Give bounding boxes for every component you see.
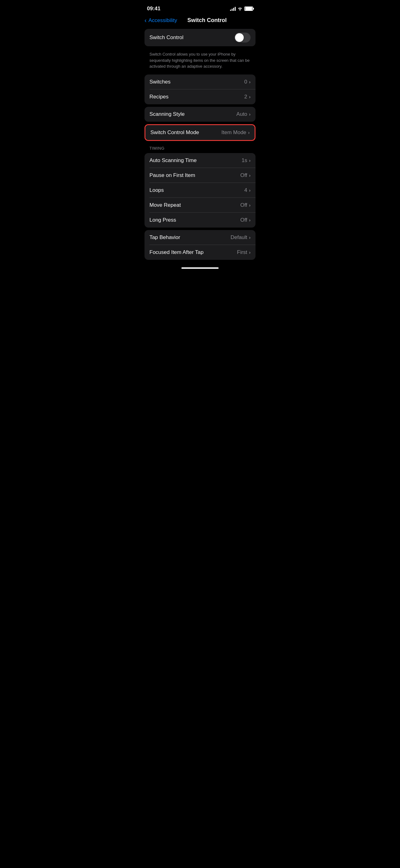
back-button[interactable]: ‹ Accessibility xyxy=(144,17,177,24)
long-press-chevron-icon: › xyxy=(249,218,251,223)
nav-header: ‹ Accessibility Switch Control xyxy=(139,16,261,29)
pause-first-item-label: Pause on First Item xyxy=(149,172,195,179)
loops-value: 4 xyxy=(244,187,247,193)
switches-label: Switches xyxy=(149,79,171,85)
back-label: Accessibility xyxy=(148,18,177,24)
scanning-style-card: Scanning Style Auto › xyxy=(144,107,256,122)
description-text: Switch Control allows you to use your iP… xyxy=(144,49,256,74)
move-repeat-value: Off xyxy=(240,202,247,208)
timing-section: TIMING Auto Scanning Time 1s › Pause on … xyxy=(144,141,256,227)
switch-control-mode-label: Switch Control Mode xyxy=(151,129,199,136)
status-bar: 09:41 xyxy=(139,0,261,16)
switch-control-toggle[interactable] xyxy=(234,33,251,42)
auto-scanning-time-chevron-icon: › xyxy=(249,158,251,163)
switch-control-mode-row[interactable]: Switch Control Mode Item Mode › xyxy=(145,125,255,140)
home-indicator xyxy=(139,262,261,271)
timing-section-header: TIMING xyxy=(144,141,256,153)
recipes-chevron-icon: › xyxy=(249,94,251,99)
switch-control-mode-card: Switch Control Mode Item Mode › xyxy=(144,124,256,141)
switch-control-mode-right: Item Mode › xyxy=(222,129,249,136)
loops-row[interactable]: Loops 4 › xyxy=(144,183,256,198)
switch-control-toggle-row[interactable]: Switch Control xyxy=(144,29,256,46)
switches-value: 0 xyxy=(244,79,247,85)
long-press-label: Long Press xyxy=(149,217,176,223)
pause-first-item-row[interactable]: Pause on First Item Off › xyxy=(144,168,256,183)
battery-icon xyxy=(244,6,253,11)
recipes-row[interactable]: Recipes 2 › xyxy=(144,89,256,104)
tap-behavior-label: Tap Behavior xyxy=(149,235,180,241)
move-repeat-chevron-icon: › xyxy=(249,203,251,208)
loops-label: Loops xyxy=(149,187,164,193)
focused-item-right: First › xyxy=(237,249,251,255)
switch-control-mode-inner: Switch Control Mode Item Mode › xyxy=(145,125,255,140)
long-press-right: Off › xyxy=(240,217,251,223)
pause-first-item-value: Off xyxy=(240,172,247,179)
tap-behavior-right: Default › xyxy=(230,235,251,241)
signal-icon xyxy=(230,6,236,11)
settings-content: Switch Control Switch Control allows you… xyxy=(139,29,261,260)
loops-chevron-icon: › xyxy=(249,188,251,193)
tap-behavior-chevron-icon: › xyxy=(249,235,251,240)
scanning-style-value: Auto xyxy=(236,111,247,117)
behavior-card: Tap Behavior Default › Focused Item Afte… xyxy=(144,230,256,260)
focused-item-value: First xyxy=(237,249,247,255)
switches-recipes-card: Switches 0 › Recipes 2 › xyxy=(144,74,256,104)
switches-row[interactable]: Switches 0 › xyxy=(144,74,256,89)
status-icons xyxy=(230,6,253,11)
auto-scanning-time-value: 1s xyxy=(241,157,247,164)
switch-control-card: Switch Control xyxy=(144,29,256,46)
home-bar xyxy=(181,267,219,269)
auto-scanning-time-right: 1s › xyxy=(241,157,251,164)
tap-behavior-row[interactable]: Tap Behavior Default › xyxy=(144,230,256,245)
long-press-row[interactable]: Long Press Off › xyxy=(144,213,256,227)
switch-control-mode-chevron-icon: › xyxy=(248,130,249,135)
switches-chevron-icon: › xyxy=(249,80,251,85)
recipes-value: 2 xyxy=(244,94,247,100)
auto-scanning-time-label: Auto Scanning Time xyxy=(149,157,197,164)
focused-item-chevron-icon: › xyxy=(249,250,251,255)
scanning-style-chevron-icon: › xyxy=(249,112,251,117)
move-repeat-right: Off › xyxy=(240,202,251,208)
switch-control-label: Switch Control xyxy=(149,34,184,41)
focused-item-label: Focused Item After Tap xyxy=(149,249,204,255)
move-repeat-row[interactable]: Move Repeat Off › xyxy=(144,198,256,213)
move-repeat-label: Move Repeat xyxy=(149,202,181,208)
tap-behavior-value: Default xyxy=(230,235,247,241)
scanning-style-label: Scanning Style xyxy=(149,111,185,117)
wifi-icon xyxy=(237,7,242,10)
loops-right: 4 › xyxy=(244,187,251,193)
auto-scanning-time-row[interactable]: Auto Scanning Time 1s › xyxy=(144,153,256,168)
scanning-style-row[interactable]: Scanning Style Auto › xyxy=(144,107,256,122)
pause-first-item-right: Off › xyxy=(240,172,251,179)
toggle-knob xyxy=(235,33,244,42)
back-chevron-icon: ‹ xyxy=(144,17,147,24)
page-title: Switch Control xyxy=(177,17,237,24)
timing-card: Auto Scanning Time 1s › Pause on First I… xyxy=(144,153,256,227)
switch-control-mode-value: Item Mode xyxy=(222,129,246,136)
focused-item-row[interactable]: Focused Item After Tap First › xyxy=(144,245,256,260)
pause-first-item-chevron-icon: › xyxy=(249,173,251,178)
scanning-style-right: Auto › xyxy=(236,111,251,117)
switches-right: 0 › xyxy=(244,79,251,85)
recipes-label: Recipes xyxy=(149,94,168,100)
status-time: 09:41 xyxy=(147,6,160,12)
long-press-value: Off xyxy=(240,217,247,223)
recipes-right: 2 › xyxy=(244,94,251,100)
